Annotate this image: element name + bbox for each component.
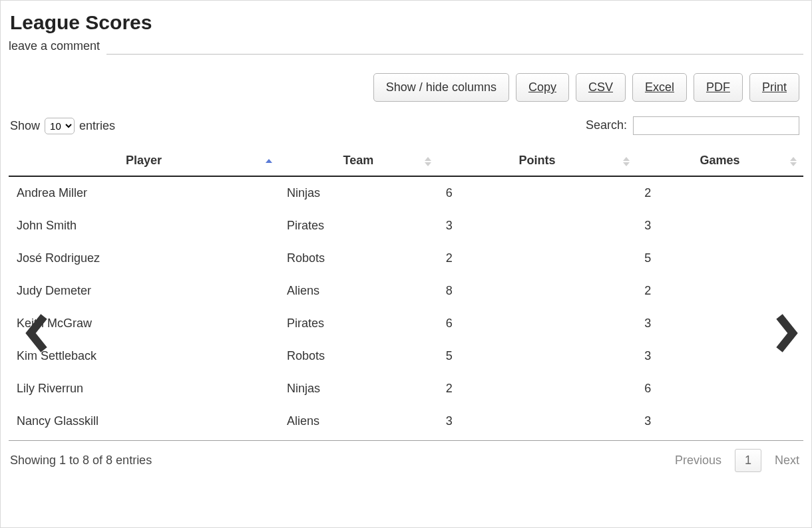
pdf-button[interactable]: PDF <box>694 73 743 102</box>
show-hide-columns-button[interactable]: Show / hide columns <box>373 73 509 102</box>
sort-both-icon <box>790 157 797 166</box>
search-input[interactable] <box>633 116 799 135</box>
cell-team: Aliens <box>279 275 438 307</box>
sort-both-icon <box>425 157 431 166</box>
print-button[interactable]: Print <box>749 73 799 102</box>
export-toolbar: Show / hide columns Copy CSV Excel PDF P… <box>9 73 803 102</box>
excel-button[interactable]: Excel <box>632 73 687 102</box>
table-footer: Showing 1 to 8 of 8 entries Previous 1 N… <box>9 440 803 473</box>
cell-player: José Rodriguez <box>9 242 279 275</box>
cell-games: 3 <box>636 405 803 438</box>
scores-table: Player Team Points Games Andrea MillerNi… <box>9 147 803 438</box>
cell-team: Robots <box>279 340 438 372</box>
cell-player: John Smith <box>9 209 279 242</box>
sort-asc-icon <box>266 159 272 164</box>
table-row: Keith McGrawPirates63 <box>9 307 803 340</box>
cell-points: 5 <box>438 340 637 372</box>
cell-points: 8 <box>438 275 637 307</box>
cell-games: 3 <box>636 209 803 242</box>
col-header-points[interactable]: Points <box>438 147 637 176</box>
table-row: Judy DemeterAliens82 <box>9 275 803 307</box>
copy-button[interactable]: Copy <box>516 73 569 102</box>
cell-team: Ninjas <box>279 176 438 209</box>
comment-underline <box>106 54 803 55</box>
sort-both-icon <box>623 157 630 166</box>
col-header-team[interactable]: Team <box>279 147 438 176</box>
cell-player: Judy Demeter <box>9 275 279 307</box>
pagination: Previous 1 Next <box>675 449 799 472</box>
page-title: League Scores <box>10 11 803 34</box>
cell-player: Andrea Miller <box>9 176 279 209</box>
cell-games: 2 <box>636 176 803 209</box>
entries-label: entries <box>79 119 115 132</box>
table-row: Kim SettlebackRobots53 <box>9 340 803 372</box>
table-row: Lily RiverrunNinjas26 <box>9 372 803 405</box>
length-select[interactable]: 10 <box>45 118 75 134</box>
table-row: Nancy GlasskillAliens33 <box>9 405 803 438</box>
cell-points: 6 <box>438 176 637 209</box>
chevron-right-icon[interactable] <box>773 313 799 353</box>
cell-team: Aliens <box>279 405 438 438</box>
col-label: Points <box>518 154 555 167</box>
table-row: José RodriguezRobots25 <box>9 242 803 275</box>
cell-team: Pirates <box>279 209 438 242</box>
col-header-player[interactable]: Player <box>9 147 279 176</box>
col-header-games[interactable]: Games <box>636 147 803 176</box>
csv-button[interactable]: CSV <box>576 73 626 102</box>
col-label: Games <box>700 154 740 167</box>
cell-games: 6 <box>636 372 803 405</box>
comment-row: leave a comment <box>9 39 803 55</box>
cell-points: 3 <box>438 405 637 438</box>
cell-team: Pirates <box>279 307 438 340</box>
cell-points: 6 <box>438 307 637 340</box>
cell-player: Lily Riverrun <box>9 372 279 405</box>
table-row: John SmithPirates33 <box>9 209 803 242</box>
search-control: Search: <box>586 116 799 135</box>
cell-team: Ninjas <box>279 372 438 405</box>
page-number-button[interactable]: 1 <box>735 449 761 472</box>
next-button[interactable]: Next <box>775 454 799 467</box>
col-label: Team <box>343 154 374 167</box>
length-control: Show 10 entries <box>10 118 115 134</box>
search-label: Search: <box>586 118 627 132</box>
table-row: Andrea MillerNinjas62 <box>9 176 803 209</box>
chevron-left-icon[interactable] <box>24 313 51 353</box>
info-text: Showing 1 to 8 of 8 entries <box>10 454 152 467</box>
col-label: Player <box>126 154 162 167</box>
previous-button[interactable]: Previous <box>675 454 721 467</box>
cell-points: 2 <box>438 242 637 275</box>
cell-points: 2 <box>438 372 637 405</box>
cell-player: Nancy Glasskill <box>9 405 279 438</box>
leave-comment-link[interactable]: leave a comment <box>9 39 100 55</box>
cell-games: 2 <box>636 275 803 307</box>
cell-team: Robots <box>279 242 438 275</box>
cell-points: 3 <box>438 209 637 242</box>
show-label: Show <box>10 119 40 132</box>
cell-games: 5 <box>636 242 803 275</box>
